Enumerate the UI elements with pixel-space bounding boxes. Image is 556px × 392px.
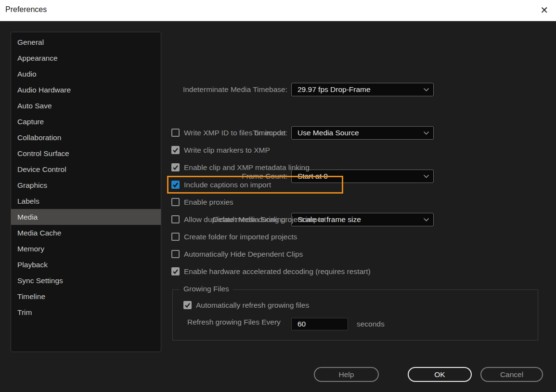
window-title: Preferences	[5, 5, 47, 14]
chevron-down-icon	[423, 218, 429, 222]
sidebar-item-control-surface[interactable]: Control Surface	[11, 145, 161, 161]
checkbox-label: Write clip markers to XMP	[184, 142, 270, 159]
dropdown-selected-value: 29.97 fps Drop-Frame	[297, 83, 371, 96]
sidebar-item-trim[interactable]: Trim	[11, 304, 161, 320]
write-clip-markers-checkbox[interactable]	[171, 146, 180, 154]
cancel-button[interactable]: Cancel	[480, 367, 543, 382]
chevron-down-icon	[423, 88, 429, 91]
sidebar-item-memory[interactable]: Memory	[11, 241, 161, 257]
checkbox-label: Allow duplicate media during project imp…	[184, 211, 326, 228]
checkbox-label: Enable clip and XMP metadata linking	[184, 159, 310, 176]
checkbox-label: Create folder for imported projects	[184, 228, 297, 246]
sidebar-item-appearance[interactable]: Appearance	[11, 50, 161, 66]
ok-button[interactable]: OK	[408, 367, 472, 382]
check-icon	[172, 165, 179, 170]
checkbox-label: Automatically refresh growing files	[196, 297, 309, 314]
sidebar-item-playback[interactable]: Playback	[11, 257, 161, 273]
check-icon	[172, 147, 179, 153]
indeterminate-media-timebase-dropdown[interactable]: 29.97 fps Drop-Frame	[291, 83, 434, 96]
sidebar-item-audio-hardware[interactable]: Audio Hardware	[11, 82, 161, 98]
checkbox-label: Enable hardware accelerated decoding (re…	[184, 263, 371, 280]
check-icon	[184, 302, 191, 308]
sidebar-item-collaboration[interactable]: Collaboration	[11, 130, 161, 145]
enable-clip-xmp-linking-checkbox[interactable]	[171, 163, 180, 171]
sidebar-item-audio[interactable]: Audio	[11, 66, 161, 82]
sidebar-item-media-cache[interactable]: Media Cache	[11, 225, 161, 241]
create-folder-imported-checkbox[interactable]	[171, 233, 180, 241]
preferences-dialog: Preferences ✕ General Appearance Audio A…	[0, 0, 556, 392]
sidebar-category-list: General Appearance Audio Audio Hardware …	[11, 32, 161, 352]
chevron-down-icon	[423, 174, 429, 178]
sidebar-item-device-control[interactable]: Device Control	[11, 161, 161, 177]
auto-refresh-growing-files-checkbox[interactable]	[183, 301, 192, 309]
refresh-interval-label: Refresh growing Files Every	[187, 318, 281, 327]
sidebar-item-timeline[interactable]: Timeline	[11, 288, 161, 304]
check-icon	[172, 269, 179, 274]
dropdown-selected-value: Use Media Source	[297, 127, 359, 139]
growing-files-legend: Growing Files	[180, 285, 233, 293]
refresh-interval-unit: seconds	[357, 318, 385, 330]
indeterminate-media-timebase-label: Indeterminate Media Timebase:	[171, 83, 287, 96]
sidebar-item-graphics[interactable]: Graphics	[11, 177, 161, 193]
growing-files-group: Growing Files Automatically refresh grow…	[172, 289, 538, 340]
auto-hide-dependent-clips-checkbox[interactable]	[171, 250, 180, 258]
sidebar-item-sync-settings[interactable]: Sync Settings	[11, 273, 161, 288]
allow-duplicate-media-checkbox[interactable]	[171, 215, 180, 223]
checkbox-label: Enable proxies	[184, 194, 233, 211]
refresh-interval-input[interactable]	[291, 318, 348, 330]
write-xmp-id-checkbox[interactable]	[171, 129, 180, 137]
sidebar-item-general[interactable]: General	[11, 34, 161, 50]
help-button[interactable]: Help	[314, 367, 379, 382]
title-bar: Preferences ✕	[0, 0, 556, 21]
sidebar-item-media[interactable]: Media	[11, 209, 161, 225]
close-icon[interactable]: ✕	[540, 4, 548, 16]
enable-proxies-checkbox[interactable]	[171, 198, 180, 206]
highlight-outline	[167, 176, 343, 194]
sidebar-item-auto-save[interactable]: Auto Save	[11, 98, 161, 114]
timecode-dropdown[interactable]: Use Media Source	[291, 126, 434, 140]
sidebar-item-labels[interactable]: Labels	[11, 193, 161, 209]
checkbox-label: Write XMP ID to files on import	[184, 124, 285, 142]
checkbox-label: Automatically Hide Dependent Clips	[184, 246, 303, 263]
sidebar-item-capture[interactable]: Capture	[11, 114, 161, 130]
chevron-down-icon	[423, 131, 429, 135]
hardware-accelerated-decoding-checkbox[interactable]	[171, 267, 180, 275]
